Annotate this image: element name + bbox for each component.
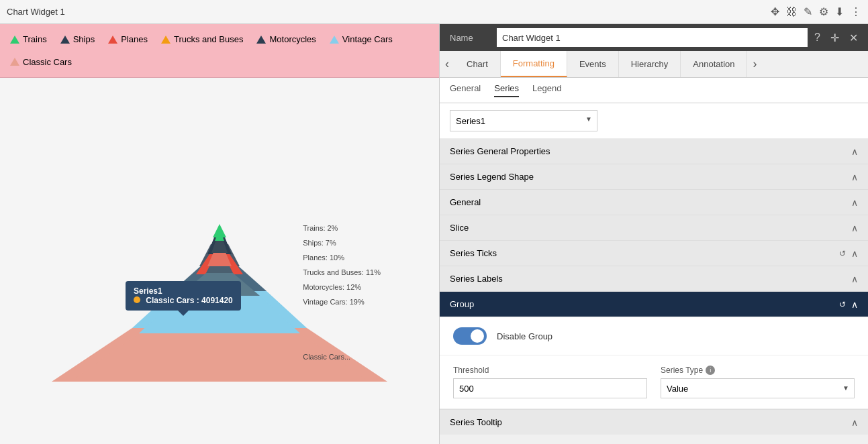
tab-chart[interactable]: Chart: [454, 51, 501, 77]
planes-legend-icon: [108, 36, 117, 44]
subtab-general[interactable]: General: [450, 83, 481, 97]
series-type-label: Series Type i: [661, 366, 855, 375]
chart-labels: Trains: 2% Ships: 7% Planes: 10% Trucks …: [303, 221, 381, 364]
chart-tooltip: Series1 Classic Cars : 4091420: [126, 281, 241, 311]
subtab-legend[interactable]: Legend: [532, 83, 561, 97]
chevron-up-icon-6: ∧: [851, 274, 858, 284]
sections-container: Series General Properties ∧ Series Legen…: [440, 139, 868, 444]
move-icon[interactable]: ✥: [771, 5, 779, 18]
label-trains: Trains: 2%: [303, 221, 381, 235]
section-general-properties[interactable]: Series General Properties ∧: [440, 139, 868, 164]
title-bar-icons: ✥ ⛓ ✎ ⚙ ⬇ ⋮: [771, 5, 861, 18]
legend-label-classic-cars: Classic Cars: [23, 57, 72, 67]
section-legend-shape[interactable]: Series Legend Shape ∧: [440, 164, 868, 190]
section-labels[interactable]: Series Labels ∧: [440, 266, 868, 292]
legend: Trains Ships Planes Trucks and Buses Mot…: [0, 24, 439, 78]
subtab-series[interactable]: Series: [494, 83, 519, 97]
disable-group-label: Disable Group: [497, 331, 552, 341]
legend-item-trucks[interactable]: Trucks and Buses: [161, 31, 244, 48]
chevron-up-icon-7: ∧: [851, 299, 858, 310]
label-trucks: Trucks and Buses: 11%: [303, 265, 381, 280]
series-type-group: Series Type i Value Percent: [661, 366, 855, 398]
tabs-bar: ‹ Chart Formatting Events Hierarchy Anno…: [440, 51, 868, 78]
name-bar: Name ? ✛ ✕: [440, 24, 868, 51]
title-bar: Chart Widget 1 ✥ ⛓ ✎ ⚙ ⬇ ⋮: [0, 0, 868, 24]
fields-row: Threshold Series Type i Value Percent: [440, 355, 868, 409]
tab-events[interactable]: Events: [567, 51, 619, 77]
series-tooltip-chevron: ∧: [851, 417, 858, 428]
chevron-up-icon: ∧: [851, 146, 858, 157]
ticks-refresh-icon[interactable]: ↺: [839, 249, 846, 258]
edit-icon[interactable]: ✎: [804, 5, 812, 18]
section-slice[interactable]: Slice ∧: [440, 215, 868, 241]
series-tooltip-section[interactable]: Series Tooltip ∧: [440, 409, 868, 435]
chevron-up-icon-3: ∧: [851, 197, 858, 208]
threshold-label: Threshold: [453, 366, 647, 375]
tooltip-dot: [134, 296, 140, 303]
trains-legend-icon: [10, 36, 19, 44]
widget-title: Chart Widget 1: [7, 7, 65, 17]
series-select[interactable]: Series1 Series2: [450, 110, 597, 131]
classic-cars-legend-icon: [10, 58, 19, 66]
chevron-up-icon-5: ∧: [851, 248, 858, 259]
chart-area: Trains: 2% Ships: 7% Planes: 10% Trucks …: [0, 78, 439, 444]
close-icon[interactable]: ✕: [849, 32, 858, 44]
label-vintage: Vintage Cars: 19%: [303, 294, 381, 309]
label-planes: Planes: 10%: [303, 250, 381, 265]
trucks-legend-icon: [161, 36, 171, 44]
tab-annotation[interactable]: Annotation: [681, 51, 747, 77]
legend-item-ships[interactable]: Ships: [60, 31, 95, 48]
name-bar-actions: ? ✛ ✕: [814, 32, 858, 44]
label-motorcycles: Motorcycles: 12%: [303, 280, 381, 294]
chart-panel: Trains Ships Planes Trucks and Buses Mot…: [0, 24, 440, 444]
chevron-up-icon-4: ∧: [851, 223, 858, 233]
legend-item-trains[interactable]: Trains: [10, 31, 47, 48]
sub-tabs: General Series Legend: [440, 78, 868, 103]
label-classic: Classic Cars...: [303, 349, 381, 364]
legend-label-motorcycles: Motorcycles: [269, 34, 316, 44]
pyramid-chart: Trains: 2% Ships: 7% Planes: 10% Trucks …: [18, 120, 421, 402]
pin-icon[interactable]: ✛: [830, 32, 839, 44]
group-section-icons: ↺ ∧: [839, 299, 858, 310]
label-ships: Ships: 7%: [303, 235, 381, 250]
series-type-select-wrapper: Value Percent: [661, 378, 855, 398]
legend-item-planes[interactable]: Planes: [108, 31, 148, 48]
section-group[interactable]: Group ↺ ∧: [440, 292, 868, 317]
name-label: Name: [450, 33, 490, 43]
ticks-section-icons: ↺ ∧: [839, 248, 858, 259]
chevron-up-icon-2: ∧: [851, 172, 858, 182]
toggle-slider: [453, 327, 487, 345]
name-input[interactable]: [497, 28, 808, 47]
tooltip-title: Series1: [134, 286, 233, 296]
legend-label-trucks: Trucks and Buses: [174, 34, 244, 44]
tab-formatting[interactable]: Formatting: [501, 51, 567, 77]
section-ticks[interactable]: Series Ticks ↺ ∧: [440, 241, 868, 266]
more-icon[interactable]: ⋮: [851, 5, 861, 18]
ships-legend-icon: [60, 36, 70, 44]
section-general[interactable]: General ∧: [440, 190, 868, 215]
series-type-select[interactable]: Value Percent: [661, 378, 855, 398]
legend-item-vintage-cars[interactable]: Vintage Cars: [330, 31, 393, 48]
download-icon[interactable]: ⬇: [835, 5, 844, 18]
link-icon[interactable]: ⛓: [786, 6, 797, 18]
info-icon: i: [706, 366, 715, 375]
legend-item-motorcycles[interactable]: Motorcycles: [256, 31, 316, 48]
threshold-input[interactable]: [453, 378, 647, 398]
settings-icon[interactable]: ⚙: [819, 5, 828, 18]
disable-group-row: Disable Group: [440, 317, 868, 355]
threshold-group: Threshold: [453, 366, 647, 398]
group-refresh-icon[interactable]: ↺: [839, 300, 846, 309]
legend-item-classic-cars[interactable]: Classic Cars: [10, 54, 72, 71]
series-dropdown-wrapper: Series1 Series2: [450, 110, 597, 131]
tab-next[interactable]: ›: [747, 51, 762, 77]
disable-group-toggle[interactable]: [453, 327, 487, 345]
tab-hierarchy[interactable]: Hierarchy: [619, 51, 681, 77]
motorcycles-legend-icon: [256, 36, 266, 44]
tab-prev[interactable]: ‹: [440, 51, 454, 77]
legend-label-ships: Ships: [73, 34, 95, 44]
tooltip-value: Classic Cars : 4091420: [134, 296, 233, 305]
help-icon[interactable]: ?: [814, 32, 820, 44]
series-dropdown-row: Series1 Series2: [440, 103, 868, 139]
legend-label-vintage-cars: Vintage Cars: [342, 34, 393, 44]
vintage-cars-legend-icon: [330, 36, 339, 44]
